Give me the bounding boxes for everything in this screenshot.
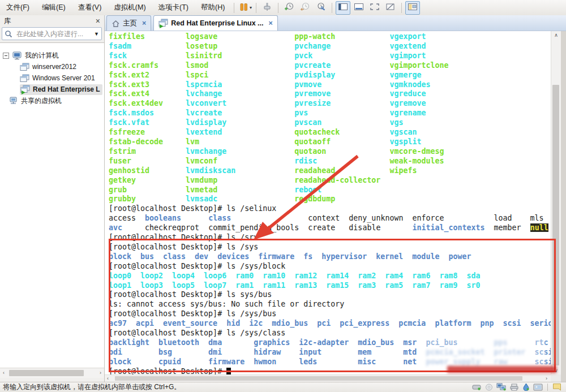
terminal-line: ls: cannot access sys/bus: No such file … <box>109 300 551 309</box>
showall-icon <box>385 3 396 12</box>
console-icon <box>338 3 348 12</box>
library-toggle-button[interactable] <box>405 1 420 15</box>
ctrlaltdel-icon <box>262 2 272 13</box>
toolbar-separator <box>234 3 234 13</box>
printer-icon[interactable] <box>509 384 519 391</box>
library-close-icon[interactable]: × <box>96 18 100 24</box>
terminal-line: backlight bluetooth dma graphics i2c-ada… <box>109 338 551 348</box>
pause-button[interactable]: ▾ <box>238 1 252 15</box>
menu-file[interactable]: 文件(F) <box>0 0 36 15</box>
vmware-workstation-window: 文件(F)编辑(E)查看(V)虚拟机(M)选项卡(T)帮助(H) ▾ 库 × ▼… <box>0 0 566 392</box>
sidebar-item-winserver2012[interactable]: winserver2012 <box>0 61 104 72</box>
terminal-line: block bus class dev devices firmware fs … <box>109 252 551 262</box>
menu-edit[interactable]: 编辑(E) <box>36 0 72 15</box>
scroll-left-icon[interactable]: ‹ <box>3 370 5 376</box>
vm-library-tree: 我的计算机winserver2012Windows Server 201Red … <box>0 42 104 368</box>
tab-home-close-icon[interactable]: × <box>142 19 146 27</box>
terminal-line: fstab-decode lvm quotaoff vgsplit <box>109 137 551 147</box>
scroll-right-icon[interactable]: › <box>100 370 101 376</box>
terminal-line: grubby lvmsadc regdbdump <box>109 195 551 204</box>
sidebar-item-red-hat-enterprise-linux[interactable]: Red Hat Enterprise L <box>0 84 104 95</box>
revert-snapshot-button[interactable] <box>298 1 312 15</box>
scrollbar-thumb[interactable] <box>115 376 522 381</box>
scrollbar-thumb[interactable] <box>9 370 84 376</box>
terminal-vertical-scrollbar[interactable]: ∧ ∨ <box>551 31 561 374</box>
fullscreen-button[interactable] <box>367 1 382 15</box>
menubar: 文件(F)编辑(E)查看(V)虚拟机(M)选项卡(T)帮助(H) <box>0 0 231 15</box>
search-dropdown-icon[interactable]: ▼ <box>94 31 99 37</box>
scroll-up-icon[interactable]: ∧ <box>551 32 561 38</box>
ctrl-alt-del-button[interactable] <box>260 1 275 15</box>
terminal-line: [root@localhost Desktop]# ls /sys/class <box>109 329 551 338</box>
vm-running-icon <box>20 85 30 94</box>
sound-icon[interactable] <box>522 383 530 391</box>
terminal-line: fsck.ext2 lspci pvdisplay vgmerge <box>109 71 551 80</box>
terminal-line: fsck lsinitrd pvck vgimport <box>109 51 551 61</box>
console-view-button[interactable] <box>336 1 350 15</box>
snap-revert-icon <box>300 2 311 13</box>
scrollbar-thumb[interactable] <box>552 85 559 365</box>
menu-view[interactable]: 查看(V) <box>72 0 108 15</box>
chevron-down-icon[interactable]: ▾ <box>250 5 252 10</box>
library-search-input[interactable] <box>15 29 94 38</box>
unity-icon <box>354 3 364 12</box>
show-all-screens-button[interactable] <box>383 1 398 15</box>
shared-icon <box>8 97 18 105</box>
toolbar-buttons: ▾ <box>231 0 421 15</box>
menu-help[interactable]: 帮助(H) <box>195 0 231 15</box>
library-search-box[interactable]: ▼ <box>2 27 102 40</box>
message-note-icon[interactable] <box>552 383 561 391</box>
tab-redhat-label: Red Hat Enterprise Linux ... <box>171 19 263 27</box>
terminal-line: loop0 loop2 loop4 loop6 ram0 ram10 ram12… <box>109 272 551 281</box>
scroll-right-icon[interactable]: › <box>546 376 547 381</box>
snapshot-manager-button[interactable] <box>314 1 328 15</box>
fullscreen-icon <box>370 3 380 12</box>
computer-icon <box>12 51 22 60</box>
sidebar-horizontal-scrollbar[interactable]: ‹ › <box>0 368 104 378</box>
terminal-line: fsck.ext4dev lvconvert pvresize vgremove <box>109 99 551 109</box>
terminal-line: [root@localhost Desktop]# ls sys/bus <box>109 290 551 300</box>
sidebar-item-winserver2012-label: winserver2012 <box>32 63 76 71</box>
snap-take-icon <box>284 2 295 13</box>
statusbar-separator <box>547 384 548 391</box>
tab-home-label: 主页 <box>123 19 137 28</box>
collapse-expander-icon[interactable] <box>3 53 9 59</box>
device-status-icons <box>472 383 561 391</box>
terminal-line: avc checkreqprot commit_pending_bools cr… <box>109 223 551 233</box>
terminal-line: fsck.vfat lvdisplay pvscan vgs <box>109 118 551 128</box>
terminal-line: fsck.cramfs lsmod pvcreate vgimportclone <box>109 61 551 71</box>
terminal-line: fstrim lvmchange quotaon vmcore-dmesg <box>109 147 551 157</box>
menu-toolbar: 文件(F)编辑(E)查看(V)虚拟机(M)选项卡(T)帮助(H) ▾ <box>0 0 566 16</box>
terminal-line: [root@localhost Desktop]# ls /sys/bus <box>109 309 551 319</box>
menu-vm[interactable]: 虚拟机(M) <box>108 0 152 15</box>
sidebar-item-shared-vms-label: 共享的虚拟机 <box>21 96 62 106</box>
menu-tabs[interactable]: 选项卡(T) <box>152 0 195 15</box>
tab-redhat-vm[interactable]: Red Hat Enterprise Linux ... × <box>153 15 278 31</box>
toolbar-separator <box>256 3 256 13</box>
terminal-line: genhostid lvmdiskscan readahead wipefs <box>109 166 551 176</box>
search-icon <box>5 30 12 38</box>
terminal-line: [root@localhost Desktop]# ls /sys/block <box>109 262 551 272</box>
terminal-line: loop1 loop3 loop5 loop7 ram1 ram11 ram13… <box>109 281 551 291</box>
scroll-left-icon[interactable]: ‹ <box>107 376 109 381</box>
cdrom-icon[interactable] <box>484 384 494 391</box>
scroll-down-icon[interactable]: ∨ <box>551 368 561 373</box>
terminal-horizontal-scrollbar[interactable]: ‹ › <box>105 374 551 382</box>
terminal-output[interactable]: fixfiles logsave ppp-watch vgexportfsadm… <box>105 31 551 374</box>
terminal-line: [root@localhost Desktop]# ls /selinux <box>109 204 551 214</box>
vm-icon <box>20 74 29 83</box>
sidebar-item-windows-server-2012[interactable]: Windows Server 201 <box>0 72 104 84</box>
network-icon[interactable] <box>496 383 507 391</box>
display-icon[interactable] <box>533 384 543 391</box>
sidebar-item-my-computer[interactable]: 我的计算机 <box>0 50 104 61</box>
sidebar-item-my-computer-label: 我的计算机 <box>25 51 59 61</box>
sidebar-item-shared-vms[interactable]: 共享的虚拟机 <box>0 95 104 106</box>
tab-redhat-close-icon[interactable]: × <box>269 19 273 27</box>
window-edge <box>561 31 566 382</box>
terminal-line: fsck.ext3 lspcmcia pvmove vgmknodes <box>109 80 551 90</box>
take-snapshot-button[interactable] <box>282 1 297 15</box>
tab-home[interactable]: 主页 × <box>106 15 151 31</box>
unity-view-button[interactable] <box>351 1 366 15</box>
library-title: 库 <box>4 16 11 26</box>
hdd-icon[interactable] <box>472 384 482 391</box>
